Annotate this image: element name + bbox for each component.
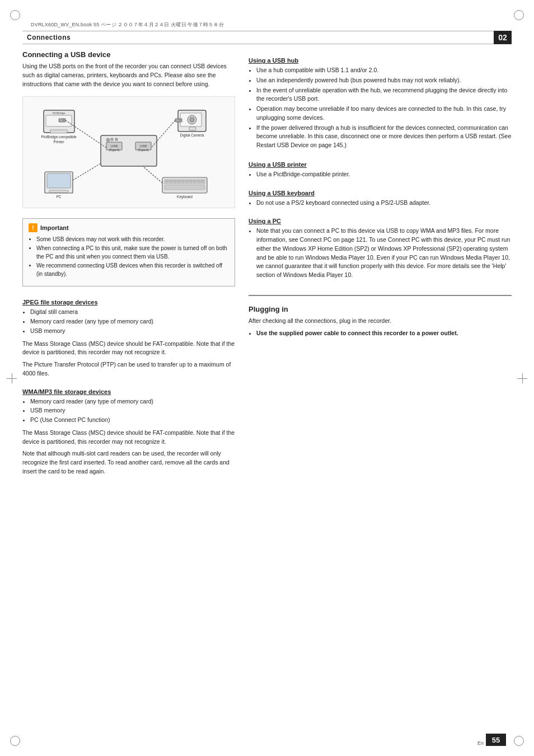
svg-text:Digital Camera: Digital Camera [180,133,204,138]
svg-text:PC: PC [56,195,61,199]
svg-line-26 [151,120,175,148]
usb-printer-bullets: Use a PictBridge-compatible printer. [256,170,512,180]
wma-bullets: Memory card reader (any type of memory c… [30,397,235,425]
svg-rect-30 [165,185,205,190]
svg-rect-31 [166,180,168,182]
right-column: Using a USB hub Use a hub compatible wit… [249,50,512,728]
svg-rect-32 [170,180,172,182]
svg-text:PictBridge: PictBridge [53,111,65,115]
jpeg-body2: The Picture Transfer Protocol (PTP) can … [22,360,235,378]
wma-body1: The Mass Storage Class (MSC) device shou… [22,429,235,447]
page-lang: En [477,740,484,746]
svg-text:USB: USB [140,144,147,148]
svg-rect-36 [185,180,188,182]
plugging-in-bullet-list: Use the supplied power cable to connect … [256,329,512,338]
svg-rect-40 [201,180,204,182]
svg-text:(Type A): (Type A) [138,148,149,152]
svg-text:USB: USB [111,144,118,148]
usb-keyboard-heading: Using a USB keyboard [249,190,512,196]
svg-rect-39 [197,180,200,182]
crosshair-right [517,373,527,383]
header-bar: Connections 02 [22,31,512,44]
svg-rect-33 [174,180,176,182]
svg-rect-45 [49,190,68,192]
usb-hub-heading: Using a USB hub [249,57,512,64]
usb-hub-bullets: Use a hub compatible with USB 1.1 and/or… [256,66,512,151]
svg-rect-9 [115,138,118,140]
using-pc-heading: Using a PC [249,218,512,224]
section-title: Connections [22,34,71,41]
corner-mark-tr [514,10,524,20]
plugging-in-section: Plugging in After checking all the conne… [249,295,512,341]
jpeg-heading: JPEG file storage devices [22,299,235,306]
important-bullets: Some USB devices may not work with this … [36,235,229,278]
svg-rect-8 [111,138,113,140]
svg-rect-12 [50,130,67,133]
corner-mark-tl [10,10,20,20]
svg-point-7 [106,138,110,142]
left-column: Connecting a USB device Using the USB po… [22,50,235,728]
crosshair-left [7,373,17,383]
content-area: Connecting a USB device Using the USB po… [22,50,512,728]
usb-keyboard-bullets: Do not use a PS/2 keyboard connected usi… [256,199,512,208]
svg-rect-23 [189,127,196,130]
usb-printer-heading: Using a USB printer [249,161,512,168]
connecting-usb-heading: Connecting a USB device [22,50,235,59]
svg-rect-35 [181,180,184,182]
plugging-in-bullet: Use the supplied power cable to connect … [256,330,458,336]
svg-text:Keyboard: Keyboard [177,195,193,199]
wma-heading: WMA/MP3 file storage devices [22,388,235,395]
svg-text:Printer: Printer [53,140,64,144]
svg-text:PictBridge-compatible: PictBridge-compatible [41,135,77,139]
warning-icon: ! [29,223,38,232]
svg-rect-34 [177,180,180,182]
plugging-in-body: After checking all the connections, plug… [249,317,512,326]
svg-text:(Type A): (Type A) [109,148,120,152]
svg-rect-44 [47,173,71,188]
svg-text:USB: USB [59,119,65,122]
svg-rect-38 [193,180,196,182]
usb-connection-diagram: USB (Type A) USB (Type A) USB PictBridge… [22,96,235,208]
svg-line-41 [143,166,162,183]
using-pc-bullets: Note that you can connect a PC to this d… [256,227,512,280]
svg-rect-37 [189,180,192,182]
jpeg-body1: The Mass Storage Class (MSC) device shou… [22,340,235,358]
file-reference: DVRLX60D_WV_EN.book 55 ページ ２００７年４月２４日 火曜… [31,21,224,29]
connecting-usb-body: Using the USB ports on the front of the … [22,62,235,88]
page-number: 55 [486,734,506,746]
diagram-svg: USB (Type A) USB (Type A) USB PictBridge… [34,102,224,203]
svg-text:USB: USB [176,119,182,122]
important-title: ! Important [29,223,229,232]
corner-mark-br [514,736,524,746]
corner-mark-bl [10,736,20,746]
section-number: 02 [494,31,512,44]
jpeg-bullets: Digital still cameraMemory card reader (… [30,308,235,336]
important-box: ! Important Some USB devices may not wor… [22,218,235,287]
wma-body2: Note that although multi-slot card reade… [22,449,235,476]
svg-line-46 [73,163,101,180]
plugging-in-heading: Plugging in [249,305,512,313]
svg-point-22 [190,118,194,122]
